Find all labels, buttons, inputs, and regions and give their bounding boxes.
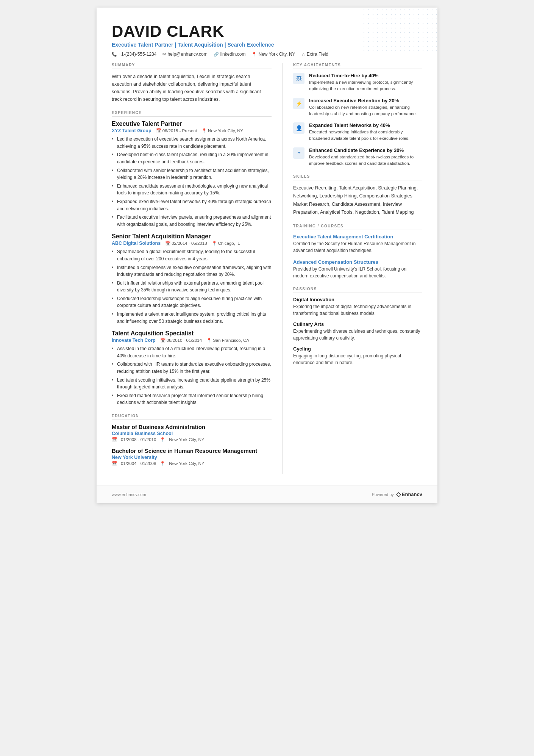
summary-section: SUMMARY With over a decade in talent acq…	[112, 63, 272, 103]
achievement-4-desc: Developed and standardized best-in-class…	[309, 154, 422, 167]
skills-section: SKILLS Executive Recruiting, Talent Acqu…	[293, 174, 422, 216]
job-1-bullets: Led the execution of executive search as…	[112, 136, 272, 228]
resume-document: DAVID CLARK Executive Talent Partner | T…	[97, 8, 437, 503]
job-1-meta: XYZ Talent Group 📅 06/2018 - Present 📍 N…	[112, 128, 272, 133]
bullet-item: Implemented a talent market intelligence…	[112, 311, 272, 325]
achievement-4-title: Enhanced Candidate Experience by 30%	[309, 147, 422, 153]
degree-1-title: Master of Business Administration	[112, 424, 272, 430]
email-icon: ✉	[162, 52, 166, 57]
degree-2-meta: 📅 01/2004 - 01/2008 📍 New York City, NY	[112, 461, 272, 466]
contact-location: 📍 New York City, NY	[251, 52, 295, 57]
achievement-2-title: Increased Executive Retention by 20%	[309, 98, 422, 103]
candidate-name: DAVID CLARK	[112, 23, 422, 40]
pin-icon-1: 📍	[201, 128, 207, 133]
passions-section: PASSIONS Digital Innovation Exploring th…	[293, 287, 422, 366]
main-layout: SUMMARY With over a decade in talent acq…	[112, 63, 422, 474]
skills-label: SKILLS	[293, 174, 422, 180]
contact-email: ✉ help@enhancv.com	[162, 52, 207, 57]
skills-text: Executive Recruiting, Talent Acquisition…	[293, 184, 422, 216]
job-3-date: 📅 08/2010 - 01/2014	[160, 338, 202, 343]
bullet-item: Built influential relationships with ext…	[112, 280, 272, 294]
degree-1: Master of Business Administration Columb…	[112, 424, 272, 442]
pin-icon-edu1: 📍	[160, 437, 165, 442]
summary-label: SUMMARY	[112, 63, 272, 69]
achievement-3-content: Expanded Talent Networks by 40% Executed…	[309, 122, 422, 142]
job-1-company: XYZ Talent Group	[112, 128, 151, 133]
bullet-item: Developed best-in-class talent practices…	[112, 151, 272, 165]
right-column: KEY ACHIEVEMENTS 🖼 Reduced Time-to-Hire …	[283, 63, 422, 474]
passion-3-title: Cycling	[293, 346, 422, 352]
bullet-item: Spearheaded a global recruitment strateg…	[112, 248, 272, 262]
passion-1: Digital Innovation Exploring the impact …	[293, 297, 422, 317]
job-2-title: Senior Talent Acquisition Manager	[112, 233, 272, 240]
training-2-title: Advanced Compensation Structures	[293, 259, 422, 265]
phone-icon: 📞	[112, 52, 117, 57]
summary-text: With over a decade in talent acquisition…	[112, 73, 272, 103]
degree-2-title: Bachelor of Science in Human Resource Ma…	[112, 448, 272, 454]
job-3-title: Talent Acquisition Specialist	[112, 330, 272, 337]
calendar-icon-1: 📅	[156, 128, 161, 133]
achievements-section: KEY ACHIEVEMENTS 🖼 Reduced Time-to-Hire …	[293, 63, 422, 167]
training-label: TRAINING / COURSES	[293, 224, 422, 230]
job-1-title: Executive Talent Partner	[112, 121, 272, 127]
achievement-4: ✦ Enhanced Candidate Experience by 30% D…	[293, 147, 422, 167]
bullet-item: Collaborated with HR teams to standardiz…	[112, 361, 272, 375]
bullet-item: Led the execution of executive search as…	[112, 136, 272, 150]
calendar-icon-2: 📅	[165, 241, 170, 246]
bullet-item: Led talent scouting initiatives, increas…	[112, 377, 272, 391]
pin-icon-2: 📍	[212, 241, 217, 246]
passion-2-title: Culinary Arts	[293, 321, 422, 327]
achievement-1-desc: Implemented a new interviewing protocol,…	[309, 79, 422, 92]
job-1-location: 📍 New York City, NY	[201, 128, 243, 133]
left-column: SUMMARY With over a decade in talent acq…	[112, 63, 283, 474]
degree-1-meta: 📅 01/2008 - 01/2010 📍 New York City, NY	[112, 437, 272, 442]
contact-bar: 📞 +1-(234)-555-1234 ✉ help@enhancv.com 🔗…	[112, 52, 422, 57]
job-2: Senior Talent Acquisition Manager ABC Di…	[112, 233, 272, 325]
calendar-icon-3: 📅	[160, 338, 166, 343]
bullet-item: Instituted a comprehensive executive com…	[112, 264, 272, 278]
achievement-4-content: Enhanced Candidate Experience by 30% Dev…	[309, 147, 422, 167]
job-2-location: 📍 Chicago, IL	[212, 241, 240, 246]
degree-2: Bachelor of Science in Human Resource Ma…	[112, 448, 272, 466]
passion-1-desc: Exploring the impact of digital technolo…	[293, 303, 422, 317]
job-3-bullets: Assisted in the creation of a structured…	[112, 345, 272, 406]
training-1: Executive Talent Management Certificatio…	[293, 234, 422, 254]
job-2-date: 📅 02/2014 - 05/2018	[165, 241, 207, 246]
passion-3: Cycling Engaging in long-distance cyclin…	[293, 346, 422, 366]
calendar-icon-edu1: 📅	[112, 437, 117, 442]
achievement-1-icon: 🖼	[293, 73, 304, 84]
job-2-bullets: Spearheaded a global recruitment strateg…	[112, 248, 272, 325]
pin-icon-edu2: 📍	[160, 461, 165, 466]
location-icon: 📍	[251, 52, 257, 57]
footer-website: www.enhancv.com	[112, 492, 146, 497]
bullet-item: Assisted in the creation of a structured…	[112, 345, 272, 359]
job-3-location: 📍 San Francisco, CA	[206, 338, 249, 343]
job-3-company: Innovate Tech Corp	[112, 338, 156, 343]
achievement-1-content: Reduced Time-to-Hire by 40% Implemented …	[309, 73, 422, 92]
contact-phone: 📞 +1-(234)-555-1234	[112, 52, 156, 57]
degree-1-school: Columbia Business School	[112, 431, 272, 436]
passion-2-desc: Experimenting with diverse cuisines and …	[293, 328, 422, 341]
experience-section: EXPERIENCE Executive Talent Partner XYZ …	[112, 111, 272, 406]
calendar-icon-edu2: 📅	[112, 461, 117, 466]
link-icon: 🔗	[214, 52, 219, 57]
achievement-3-icon: 👤	[293, 122, 304, 134]
job-3-meta: Innovate Tech Corp 📅 08/2010 - 01/2014 📍…	[112, 338, 272, 343]
candidate-subtitle: Executive Talent Partner | Talent Acquis…	[112, 42, 422, 48]
bullet-item: Expanded executive-level talent networks…	[112, 198, 272, 212]
education-section: EDUCATION Master of Business Administrat…	[112, 414, 272, 466]
bullet-item: Enhanced candidate assessment methodolog…	[112, 183, 272, 197]
achievement-3-title: Expanded Talent Networks by 40%	[309, 122, 422, 128]
passion-2: Culinary Arts Experimenting with diverse…	[293, 321, 422, 341]
achievements-label: KEY ACHIEVEMENTS	[293, 63, 422, 69]
passions-label: PASSIONS	[293, 287, 422, 293]
header-section: DAVID CLARK Executive Talent Partner | T…	[112, 23, 422, 57]
degree-2-school: New York University	[112, 455, 272, 460]
powered-by-text: Powered by	[372, 492, 394, 497]
training-1-title: Executive Talent Management Certificatio…	[293, 234, 422, 239]
job-2-meta: ABC Digital Solutions 📅 02/2014 - 05/201…	[112, 241, 272, 246]
passion-1-title: Digital Innovation	[293, 297, 422, 302]
bullet-item: Facilitated executive interview panels, …	[112, 214, 272, 228]
achievement-3: 👤 Expanded Talent Networks by 40% Execut…	[293, 122, 422, 142]
footer-brand: Powered by ◇ Enhancv	[372, 491, 422, 498]
